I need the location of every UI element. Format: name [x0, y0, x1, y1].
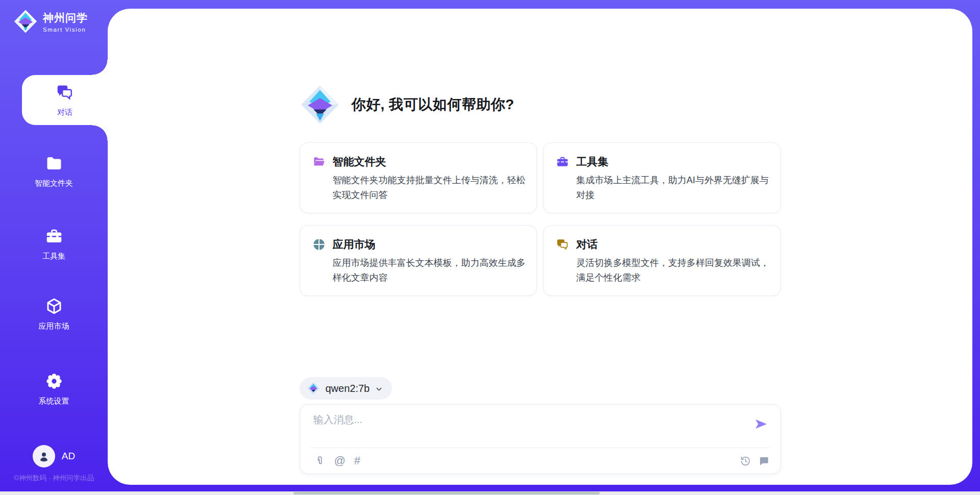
- chevron-down-icon: [375, 385, 383, 393]
- chat-icon: [56, 83, 74, 103]
- toolbox-icon: [45, 227, 63, 247]
- card-description: 应用市场提供丰富长文本模板，助力高效生成多样化文章内容: [333, 256, 527, 285]
- folder-icon: [45, 154, 63, 174]
- brand-name: 神州问学: [43, 11, 88, 25]
- paperclip-icon[interactable]: [314, 455, 326, 466]
- brand: 神州问学 Smart Vision: [13, 9, 88, 34]
- user-account[interactable]: AD: [0, 445, 108, 467]
- sidebar-item-chat[interactable]: 对话: [22, 75, 108, 125]
- history-icon[interactable]: [740, 456, 751, 466]
- message-icon[interactable]: [758, 456, 769, 466]
- greeting-block: 你好, 我可以如何帮助你?: [300, 84, 781, 125]
- at-mention-button[interactable]: @: [334, 455, 346, 466]
- card-smart-folder[interactable]: 智能文件夹 智能文件夹功能支持批量文件上传与清洗，轻松实现文件问答: [300, 142, 537, 213]
- app-diamond-logo-icon: [300, 84, 340, 125]
- main-panel: 你好, 我可以如何帮助你? 智能文件夹 智能文件夹功能支持批量文件上传与清洗，轻…: [108, 9, 972, 485]
- sidebar-item-label: 工具集: [42, 252, 65, 261]
- card-title: 智能文件夹: [333, 154, 527, 169]
- model-name: qwen2:7b: [326, 383, 370, 394]
- card-description: 集成市场上主流工具，助力AI与外界无缝扩展与对接: [576, 173, 770, 203]
- sidebar: 神州问学 Smart Vision 对话 智能文件夹: [0, 0, 108, 495]
- sidebar-item-smart-folder[interactable]: 智能文件夹: [0, 146, 108, 196]
- composer: qwen2:7b @: [300, 377, 781, 474]
- card-title: 应用市场: [333, 237, 527, 252]
- user-name: AD: [62, 451, 75, 462]
- apps-grid-icon: [312, 238, 326, 251]
- hash-tag-button[interactable]: #: [354, 455, 360, 466]
- model-logo-icon: [307, 382, 320, 395]
- card-title: 对话: [576, 237, 770, 252]
- active-tab-corner-top: [92, 60, 108, 75]
- card-description: 智能文件夹功能支持批量文件上传与清洗，轻松实现文件问答: [333, 173, 527, 203]
- brand-diamond-logo-icon: [13, 9, 38, 34]
- card-title: 工具集: [576, 154, 770, 169]
- sidebar-item-label: 应用市场: [39, 321, 69, 331]
- horizontal-scrollbar-thumb[interactable]: [293, 492, 600, 494]
- sidebar-item-app-market[interactable]: 应用市场: [0, 289, 108, 339]
- avatar: [33, 445, 55, 467]
- sidebar-item-label: 智能文件夹: [35, 179, 73, 188]
- card-description: 灵活切换多模型文件，支持多样回复效果调试，满足个性化需求: [576, 256, 770, 285]
- message-input-card: @ #: [300, 404, 781, 474]
- card-chat[interactable]: 对话 灵活切换多模型文件，支持多样回复效果调试，满足个性化需求: [543, 225, 781, 296]
- message-input[interactable]: [313, 414, 769, 426]
- sidebar-item-label: 对话: [57, 108, 72, 117]
- send-button[interactable]: [754, 417, 768, 431]
- active-tab-corner-bottom: [92, 125, 108, 140]
- folder-open-icon: [312, 155, 326, 168]
- briefcase-icon: [556, 155, 569, 168]
- cube-icon: [45, 297, 63, 317]
- person-icon: [37, 450, 51, 463]
- chat-icon: [556, 238, 569, 251]
- page-title: 你好, 我可以如何帮助你?: [352, 95, 514, 114]
- card-toolset[interactable]: 工具集 集成市场上主流工具，助力AI与外界无缝扩展与对接: [543, 142, 781, 213]
- gear-icon: [45, 372, 63, 392]
- card-app-market[interactable]: 应用市场 应用市场提供丰富长文本模板，助力高效生成多样化文章内容: [300, 225, 537, 296]
- send-icon: [754, 417, 768, 431]
- horizontal-scrollbar[interactable]: [0, 491, 980, 495]
- sidebar-item-settings[interactable]: 系统设置: [0, 364, 108, 414]
- sidebar-footer: ©神州数码 · 神州问学出品: [0, 474, 108, 483]
- sidebar-item-toolset[interactable]: 工具集: [0, 219, 108, 269]
- feature-cards: 智能文件夹 智能文件夹功能支持批量文件上传与清洗，轻松实现文件问答: [300, 142, 781, 296]
- sidebar-item-label: 系统设置: [39, 397, 69, 406]
- model-selector[interactable]: qwen2:7b: [300, 377, 393, 400]
- brand-subtitle: Smart Vision: [43, 27, 88, 33]
